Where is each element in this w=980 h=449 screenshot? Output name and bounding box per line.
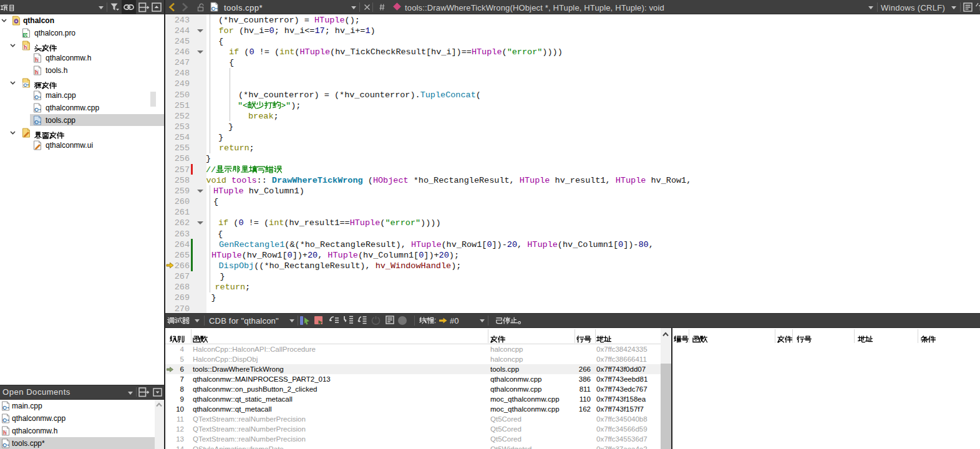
svg-text:h: h: [3, 430, 6, 436]
svg-text:h: h: [35, 69, 38, 75]
svg-text:h: h: [35, 57, 38, 63]
svg-text:Qt: Qt: [24, 33, 28, 37]
svg-text:h: h: [24, 44, 27, 51]
